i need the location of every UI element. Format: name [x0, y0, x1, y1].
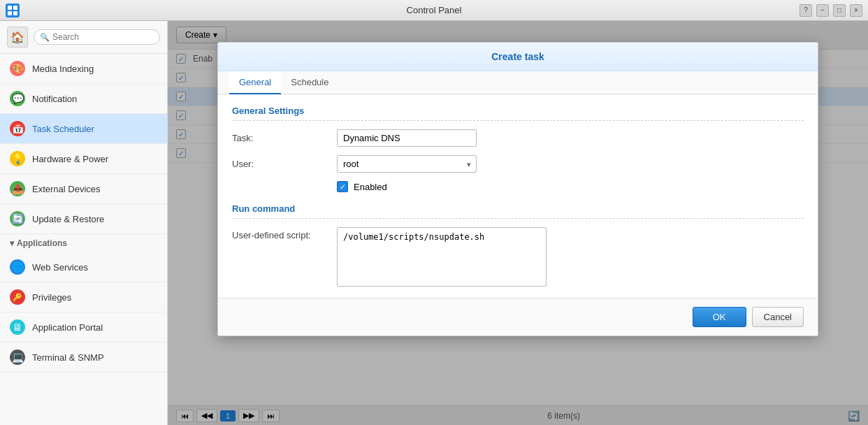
- user-select-wrapper: root admin: [337, 155, 477, 173]
- sidebar-item-label: Update & Restore: [32, 214, 104, 224]
- task-input[interactable]: [337, 129, 477, 147]
- application-portal-icon: 🖥: [10, 319, 25, 335]
- app-logo: [6, 3, 20, 17]
- enabled-checkbox[interactable]: ✓: [337, 181, 348, 192]
- script-label: User-defined script:: [232, 227, 337, 240]
- app-window: 🏠 🔍 🎨 Media Indexing 💬 Notification 📅 Ta…: [0, 21, 868, 425]
- user-row: User: root admin: [232, 155, 804, 173]
- task-label: Task:: [232, 133, 337, 143]
- user-label: User:: [232, 159, 337, 169]
- notification-icon: 💬: [10, 91, 25, 106]
- search-input[interactable]: [52, 32, 154, 42]
- modal-body: General Settings Task: User: root admin: [218, 94, 818, 298]
- sidebar-item-update-restore[interactable]: 🔄 Update & Restore: [0, 204, 167, 234]
- close-button[interactable]: ×: [850, 4, 862, 17]
- window-title: Control Panel: [407, 5, 462, 15]
- sidebar-item-hardware-power[interactable]: 💡 Hardware & Power: [0, 144, 167, 174]
- task-row: Task:: [232, 129, 804, 147]
- maximize-button[interactable]: □: [833, 4, 846, 17]
- update-restore-icon: 🔄: [10, 211, 25, 226]
- sidebar-item-label: Terminal & SNMP: [32, 352, 104, 363]
- search-icon: 🔍: [40, 33, 50, 42]
- run-command-title: Run command: [232, 203, 804, 219]
- sidebar-item-label: Application Portal: [32, 322, 103, 333]
- modal-footer: OK Cancel: [218, 298, 818, 336]
- svg-rect-1: [13, 6, 17, 10]
- media-indexing-icon: 🎨: [10, 61, 25, 76]
- external-devices-icon: 📤: [10, 181, 25, 196]
- hardware-power-icon: 💡: [10, 151, 25, 166]
- sidebar-item-label: Privileges: [32, 292, 71, 303]
- minimize-button[interactable]: −: [816, 4, 829, 17]
- cancel-button[interactable]: Cancel: [752, 307, 804, 327]
- svg-rect-3: [13, 11, 17, 15]
- sidebar: 🏠 🔍 🎨 Media Indexing 💬 Notification 📅 Ta…: [0, 21, 168, 425]
- sidebar-item-media-indexing[interactable]: 🎨 Media Indexing: [0, 54, 167, 84]
- tab-general[interactable]: General: [229, 71, 281, 94]
- sidebar-item-label: Hardware & Power: [32, 154, 108, 164]
- ok-button[interactable]: OK: [693, 307, 746, 327]
- sidebar-item-terminal-snmp[interactable]: 💻 Terminal & SNMP: [0, 343, 167, 373]
- create-task-modal: Create task General Schedule General Set…: [217, 42, 818, 336]
- web-services-icon: 🌐: [10, 259, 25, 275]
- sidebar-item-label: External Devices: [32, 184, 101, 194]
- titlebar: Control Panel ? − □ ×: [0, 0, 868, 21]
- enabled-label: Enabled: [354, 182, 387, 192]
- terminal-snmp-icon: 💻: [10, 350, 25, 365]
- search-box: 🔍: [34, 29, 160, 45]
- applications-section: ▾ Applications: [0, 234, 167, 252]
- general-settings-title: General Settings: [232, 106, 804, 121]
- sidebar-item-label: Media Indexing: [32, 64, 94, 74]
- script-row: User-defined script: /volume1/scripts/ns…: [232, 227, 804, 287]
- window-controls: ? − □ ×: [800, 4, 862, 17]
- sidebar-header: 🏠 🔍: [0, 21, 167, 54]
- run-command-section: Run command User-defined script: /volume…: [232, 203, 804, 287]
- sidebar-item-privileges[interactable]: 🔑 Privileges: [0, 282, 167, 312]
- sidebar-item-label: Task Scheduler: [32, 124, 94, 134]
- svg-rect-0: [8, 6, 12, 10]
- home-button[interactable]: 🏠: [7, 27, 28, 48]
- task-scheduler-icon: 📅: [10, 121, 25, 136]
- sidebar-item-label: Notification: [32, 94, 77, 104]
- sidebar-item-web-services[interactable]: 🌐 Web Services: [0, 252, 167, 282]
- modal-tabs: General Schedule: [218, 71, 818, 94]
- sidebar-item-application-portal[interactable]: 🖥 Application Portal: [0, 312, 167, 343]
- modal-title: Create task: [218, 43, 818, 71]
- section-expand-icon: ▾: [10, 238, 14, 248]
- modal-overlay: Create task General Schedule General Set…: [168, 21, 868, 425]
- script-textarea[interactable]: /volume1/scripts/nsupdate.sh: [337, 227, 547, 287]
- enabled-row: ✓ Enabled: [337, 181, 804, 192]
- svg-rect-2: [8, 11, 12, 15]
- sidebar-item-external-devices[interactable]: 📤 External Devices: [0, 174, 167, 204]
- tab-schedule[interactable]: Schedule: [281, 71, 338, 94]
- sidebar-item-label: Web Services: [32, 262, 88, 273]
- privileges-icon: 🔑: [10, 289, 25, 305]
- main-content: Create ▾ Enab: [168, 21, 868, 425]
- sidebar-item-task-scheduler[interactable]: 📅 Task Scheduler: [0, 114, 167, 144]
- help-button[interactable]: ?: [800, 4, 812, 17]
- sidebar-item-notification[interactable]: 💬 Notification: [0, 84, 167, 114]
- user-select[interactable]: root admin: [337, 155, 477, 173]
